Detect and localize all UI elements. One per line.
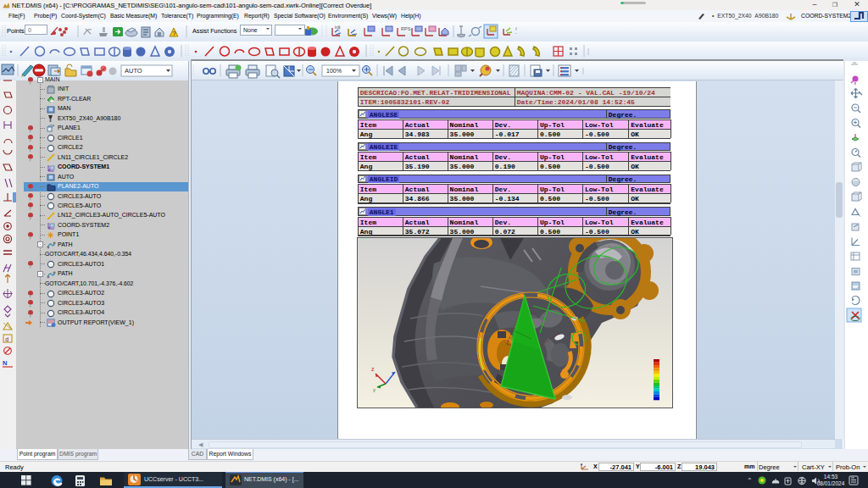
- svg-text:init: init: [335, 25, 341, 30]
- svg-text:d: d: [5, 336, 8, 342]
- svg-text:z: z: [371, 366, 375, 372]
- svg-text:100%: 100%: [326, 68, 342, 74]
- svg-text:RPS: RPS: [401, 26, 411, 31]
- svg-text:y: y: [373, 387, 376, 392]
- svg-text:?: ?: [172, 30, 175, 36]
- svg-text:N: N: [3, 359, 7, 367]
- svg-text:AUTO: AUTO: [125, 67, 142, 75]
